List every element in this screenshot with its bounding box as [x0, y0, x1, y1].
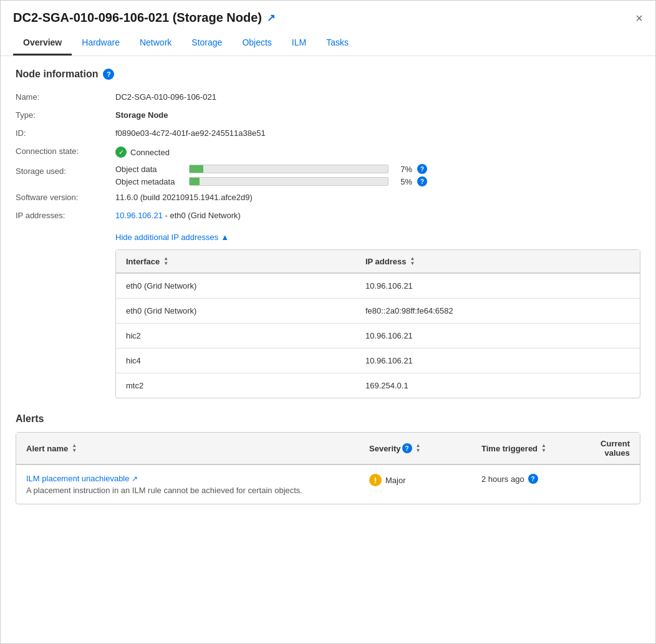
tab-ilm[interactable]: ILM	[282, 32, 316, 55]
object-data-pct: 7%	[393, 165, 412, 174]
ip-suffix: - eth0 (Grid Network)	[163, 211, 241, 220]
major-icon: !	[369, 474, 382, 486]
connection-state: ✓ Connected	[115, 147, 640, 158]
interface-sort-icon	[163, 256, 168, 266]
title-text: DC2-SGA-010-096-106-021 (Storage Node)	[13, 11, 262, 25]
current-col-header: Current values	[584, 433, 640, 464]
severity-col-label: Severity	[369, 444, 401, 453]
severity-text: Major	[385, 476, 406, 485]
time-text: 2 hours ago	[481, 474, 524, 484]
alert-name-sort[interactable]: Alert name	[26, 443, 77, 453]
alert-severity-cell: ! Major	[359, 464, 471, 504]
ip-table-row: mtc2 169.254.0.1	[116, 373, 640, 398]
alert-name-col-header[interactable]: Alert name	[16, 433, 359, 464]
id-value: f0890e03-4c72-401f-ae92-245511a38e51	[115, 126, 640, 140]
object-metadata-progress-bar	[189, 177, 388, 186]
object-data-row: Object data 7% ?	[115, 164, 640, 174]
alert-current-cell	[584, 464, 640, 504]
software-value: 11.6.0 (build 20210915.1941.afce2d9)	[115, 190, 640, 204]
alert-external-icon: ↗	[132, 474, 138, 483]
interface-cell: mtc2	[116, 373, 355, 398]
object-metadata-pct: 5%	[393, 177, 412, 186]
time-help-icon[interactable]: ?	[528, 474, 538, 484]
object-data-help-icon[interactable]: ?	[417, 164, 427, 174]
ip-table-row: hic4 10.96.106.21	[116, 348, 640, 373]
node-info-section-title: Node information ?	[16, 69, 640, 80]
alert-name-sort-icon	[72, 443, 77, 453]
object-metadata-help-icon[interactable]: ?	[417, 176, 427, 186]
tab-bar: Overview Hardware Network Storage Object…	[13, 32, 643, 55]
connection-status-text: Connected	[130, 148, 170, 157]
close-button[interactable]: ×	[635, 12, 643, 32]
ip-cell: fe80::2a0:98ff:fe64:6582	[355, 299, 640, 324]
tab-tasks[interactable]: Tasks	[316, 32, 359, 55]
major-badge: ! Major	[369, 474, 406, 486]
ip-sort-icon	[410, 256, 415, 266]
alert-name-cell: ILM placement unachievable ↗ A placement…	[16, 464, 359, 504]
object-metadata-fill	[190, 178, 200, 185]
section-title-text: Node information	[16, 69, 98, 80]
ip-cell: 10.96.106.21	[355, 348, 640, 373]
alert-name-col-label: Alert name	[26, 444, 68, 453]
severity-col-header[interactable]: Severity ?	[359, 433, 471, 464]
storage-node-modal: DC2-SGA-010-096-106-021 (Storage Node) ↗…	[0, 0, 656, 644]
external-link-icon[interactable]: ↗	[267, 12, 275, 24]
time-col-label: Time triggered	[481, 444, 538, 453]
chevron-up-icon: ▲	[221, 233, 229, 242]
modal-header: DC2-SGA-010-096-106-021 (Storage Node) ↗…	[1, 1, 655, 56]
alerts-table: Alert name Severity ?	[16, 432, 640, 504]
hide-ip-link[interactable]: Hide additional IP addresses ▲	[115, 233, 640, 242]
interface-cell: hic4	[116, 348, 355, 373]
id-label: ID:	[16, 126, 115, 140]
connected-check-icon: ✓	[115, 147, 127, 158]
tab-storage[interactable]: Storage	[181, 32, 232, 55]
severity-help-icon[interactable]: ?	[402, 443, 412, 453]
node-info-grid: Name: DC2-SGA-010-096-106-021 Type: Stor…	[16, 90, 640, 223]
tab-overview[interactable]: Overview	[13, 32, 72, 55]
current-col-label: Current values	[601, 439, 630, 458]
type-label: Type:	[16, 108, 115, 122]
tab-hardware[interactable]: Hardware	[72, 32, 130, 55]
interface-col-header[interactable]: Interface	[116, 250, 355, 273]
ip-col-label: IP address	[365, 257, 407, 266]
alert-table-row: ILM placement unachievable ↗ A placement…	[16, 464, 640, 504]
alert-name-link[interactable]: ILM placement unachievable ↗	[26, 474, 138, 483]
interface-cell: eth0 (Grid Network)	[116, 299, 355, 324]
ip-label: IP addresses:	[16, 208, 115, 223]
tab-objects[interactable]: Objects	[232, 32, 281, 55]
modal-content: Node information ? Name: DC2-SGA-010-096…	[1, 56, 655, 517]
ip-address-link[interactable]: 10.96.106.21	[115, 211, 163, 220]
tab-network[interactable]: Network	[130, 32, 181, 55]
storage-label: Storage used:	[16, 164, 115, 186]
hide-ip-label: Hide additional IP addresses	[115, 233, 218, 242]
time-triggered: 2 hours ago ?	[481, 474, 574, 484]
storage-used-value: Object data 7% ? Object metadata 5% ?	[115, 164, 640, 186]
ip-addresses-table: Interface IP address eth	[115, 249, 640, 398]
ip-sort[interactable]: IP address	[365, 256, 415, 266]
ip-cell: 10.96.106.21	[355, 324, 640, 348]
ip-col-header[interactable]: IP address	[355, 250, 640, 273]
time-sort[interactable]: Time triggered	[481, 443, 546, 453]
time-sort-icon	[541, 443, 546, 453]
severity-sort-icon	[416, 443, 421, 453]
type-value: Storage Node	[115, 108, 640, 122]
time-col-header[interactable]: Time triggered	[471, 433, 584, 464]
ip-cell: 10.96.106.21	[355, 273, 640, 299]
ip-value: 10.96.106.21 - eth0 (Grid Network)	[115, 208, 640, 223]
ip-table-row: eth0 (Grid Network) 10.96.106.21	[116, 273, 640, 299]
connection-value: ✓ Connected	[115, 144, 640, 160]
name-value: DC2-SGA-010-096-106-021	[115, 90, 640, 104]
ip-table-row: eth0 (Grid Network) fe80::2a0:98ff:fe64:…	[116, 299, 640, 324]
object-metadata-label: Object metadata	[115, 177, 184, 186]
object-data-label: Object data	[115, 165, 184, 174]
connection-label: Connection state:	[16, 144, 115, 160]
node-info-help-icon[interactable]: ?	[103, 69, 114, 80]
interface-sort[interactable]: Interface	[126, 256, 168, 266]
modal-title: DC2-SGA-010-096-106-021 (Storage Node) ↗	[13, 11, 275, 32]
alert-time-cell: 2 hours ago ?	[471, 464, 584, 504]
name-label: Name:	[16, 90, 115, 104]
interface-cell: hic2	[116, 324, 355, 348]
object-metadata-row: Object metadata 5% ?	[115, 176, 640, 186]
ip-cell: 169.254.0.1	[355, 373, 640, 398]
severity-sort[interactable]: Severity ?	[369, 443, 421, 453]
